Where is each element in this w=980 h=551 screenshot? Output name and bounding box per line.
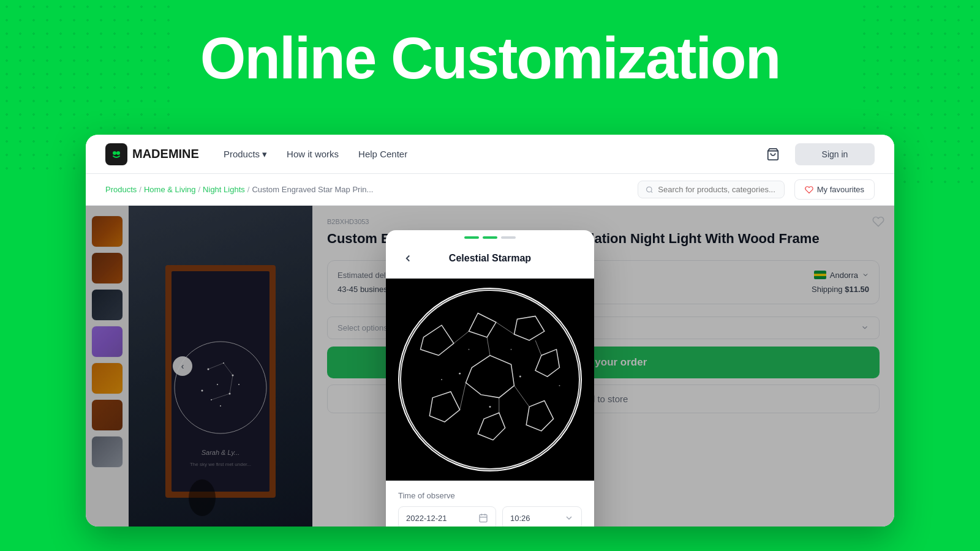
chevron-down-icon: ▾	[262, 149, 267, 160]
main-content: Sarah & Ly... The sky we first met under…	[86, 206, 894, 527]
breadcrumb-current: Custom Engraved Star Map Prin...	[252, 185, 373, 194]
nav-products[interactable]: Products ▾	[224, 149, 267, 160]
star-map-circle	[398, 288, 582, 471]
svg-point-41	[459, 373, 461, 375]
search-icon	[646, 186, 654, 194]
search-bar[interactable]	[638, 181, 785, 198]
time-input[interactable]: 10:26	[502, 506, 582, 527]
logo-icon	[105, 143, 127, 165]
svg-line-34	[454, 331, 469, 343]
search-input[interactable]	[658, 185, 776, 194]
nav-links: Products ▾ How it works Help Center	[224, 149, 736, 160]
sub-bar: Products / Home & Living / Night Lights …	[86, 174, 894, 206]
breadcrumb-night-lights[interactable]: Night Lights	[203, 185, 245, 194]
svg-marker-31	[429, 392, 459, 422]
breadcrumb: Products / Home & Living / Night Lights …	[105, 185, 628, 194]
date-input[interactable]: 2022-12-21	[398, 506, 496, 527]
modal-image-area	[386, 279, 594, 481]
svg-point-3	[646, 187, 651, 192]
modal-overlay: Celestial Starmap	[86, 206, 894, 527]
modal-back-button[interactable]	[398, 249, 418, 268]
svg-line-37	[487, 337, 490, 356]
svg-point-42	[519, 376, 521, 378]
svg-point-0	[113, 151, 116, 155]
time-value: 10:26	[510, 514, 530, 523]
svg-marker-26	[421, 325, 454, 355]
modal-header: Celestial Starmap	[386, 239, 594, 279]
date-value: 2022-12-21	[406, 514, 447, 523]
svg-rect-49	[480, 515, 487, 522]
svg-line-38	[460, 383, 466, 410]
breadcrumb-home-living[interactable]: Home & Living	[144, 185, 196, 194]
svg-marker-30	[466, 356, 514, 398]
chevron-down-icon	[564, 513, 574, 523]
svg-marker-28	[514, 316, 544, 340]
modal-bottom: Time of observe 2022-12-21	[386, 481, 594, 527]
svg-marker-27	[469, 313, 496, 337]
modal-dialog: Celestial Starmap	[386, 230, 594, 527]
svg-line-40	[514, 386, 529, 407]
svg-point-44	[559, 385, 560, 386]
signin-button[interactable]: Sign in	[795, 143, 875, 165]
svg-point-43	[441, 379, 442, 380]
hero-title: Online Customization	[0, 24, 980, 92]
browser-window: MADEMINE Products ▾ How it works Help Ce…	[86, 135, 894, 527]
logo[interactable]: MADEMINE	[105, 143, 199, 165]
nav-how-it-works[interactable]: How it works	[287, 149, 339, 159]
svg-point-46	[468, 349, 469, 350]
svg-marker-33	[526, 401, 553, 431]
svg-point-48	[401, 290, 579, 469]
svg-marker-32	[478, 413, 505, 440]
breadcrumb-sep-2: /	[198, 185, 200, 194]
calendar-icon	[478, 513, 488, 523]
nav-bar: MADEMINE Products ▾ How it works Help Ce…	[86, 135, 894, 174]
breadcrumb-products[interactable]: Products	[105, 185, 137, 194]
breadcrumb-sep-1: /	[139, 185, 141, 194]
svg-line-36	[535, 340, 541, 356]
svg-marker-29	[535, 350, 559, 377]
modal-progress	[386, 230, 594, 239]
time-observe-label: Time of observe	[398, 491, 582, 500]
svg-point-47	[511, 349, 512, 350]
breadcrumb-sep-3: /	[247, 185, 250, 194]
svg-point-45	[489, 406, 491, 408]
favourites-label: My favourites	[817, 185, 864, 194]
favourites-button[interactable]: My favourites	[794, 179, 875, 200]
time-inputs: 2022-12-21 10:26	[398, 506, 582, 527]
cart-icon[interactable]	[761, 142, 785, 167]
star-map-svg	[399, 289, 581, 470]
back-arrow-icon	[402, 253, 413, 264]
nav-help-center[interactable]: Help Center	[358, 149, 407, 159]
nav-right: Sign in	[761, 142, 875, 167]
svg-point-1	[116, 151, 120, 155]
logo-text: MADEMINE	[132, 147, 199, 161]
heart-icon	[805, 186, 813, 194]
modal-title: Celestial Starmap	[418, 253, 562, 264]
svg-line-35	[496, 322, 514, 334]
